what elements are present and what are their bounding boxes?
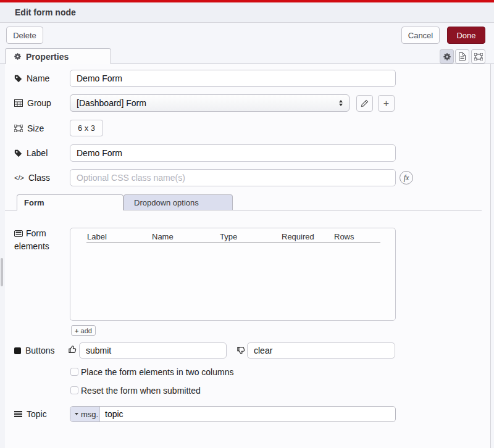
square-icon (14, 347, 21, 354)
done-button[interactable]: Done (447, 27, 485, 44)
add-element-button[interactable]: + add (71, 325, 96, 336)
table-icon (14, 99, 23, 107)
expression-button[interactable]: fx (400, 171, 413, 185)
form-elements-header: Label Name Type Required Rows (86, 232, 380, 243)
column-name: Name (152, 232, 174, 241)
column-type: Type (220, 232, 237, 241)
topic-value: topic (105, 407, 124, 421)
submit-button-input[interactable] (79, 342, 227, 359)
tasks-icon (14, 411, 22, 417)
reset-form-checkbox[interactable] (70, 386, 78, 394)
thumbs-up-icon (68, 345, 77, 354)
tab-dropdown-options[interactable]: Dropdown options (124, 194, 233, 210)
add-group-button[interactable]: + (378, 95, 395, 112)
group-field-label: Group (14, 94, 51, 112)
column-rows: Rows (334, 232, 354, 241)
column-required: Required (282, 232, 314, 241)
pencil-icon (361, 99, 369, 107)
gear-icon (443, 52, 451, 61)
topic-type-button[interactable]: msg. (70, 407, 100, 421)
size-button[interactable]: 6 x 3 (70, 120, 103, 136)
tab-properties-label: Properties (26, 52, 69, 62)
scrollbar-thumb[interactable] (1, 258, 3, 286)
section-tabbar: Form Dropdown options (5, 194, 482, 210)
class-input[interactable] (70, 169, 396, 186)
appearance-view-button[interactable] (471, 49, 485, 64)
two-columns-checkbox[interactable] (70, 368, 78, 376)
list-icon (14, 230, 23, 237)
left-gutter (0, 64, 5, 448)
tag-icon (14, 149, 22, 157)
tab-properties[interactable]: Properties (5, 48, 111, 64)
class-field-label: </> Class (14, 169, 50, 186)
topic-type-label: msg. (81, 410, 98, 419)
tab-form[interactable]: Form (17, 194, 124, 210)
edit-group-button[interactable] (356, 95, 373, 112)
buttons-field-label: Buttons (14, 342, 54, 359)
topic-field-label: Topic (14, 406, 47, 422)
name-input[interactable] (70, 70, 396, 87)
select-arrows-icon (339, 100, 343, 106)
clear-button-input[interactable] (247, 342, 395, 359)
chevron-down-icon (75, 413, 78, 415)
form-content: Name Group [Dashboard] Form + Size 6 x 3… (0, 64, 494, 448)
description-view-button[interactable] (455, 49, 469, 64)
group-select-value: [Dashboard] Form (77, 98, 146, 108)
form-elements-list[interactable]: Label Name Type Required Rows (70, 228, 396, 321)
form-elements-label: Form elements (14, 227, 64, 253)
code-icon: </> (14, 174, 24, 181)
topic-typed-input[interactable]: msg. topic (70, 406, 396, 422)
reset-form-label: Reset the form when submitted (81, 386, 201, 396)
gear-icon (14, 52, 22, 60)
delete-button[interactable]: Delete (6, 27, 43, 44)
dialog-title: Edit form node (15, 2, 76, 23)
name-field-label: Name (14, 70, 49, 87)
properties-view-button[interactable] (440, 49, 454, 64)
document-icon (459, 52, 466, 60)
label-input[interactable] (70, 144, 396, 162)
two-columns-label: Place the form elements in two columns (81, 367, 233, 377)
plus-icon: + (75, 327, 78, 334)
object-group-icon (474, 53, 483, 60)
label-field-label: Label (14, 144, 48, 162)
dialog-header: Edit form node (0, 2, 494, 23)
cancel-button[interactable]: Cancel (401, 27, 440, 44)
group-select[interactable]: [Dashboard] Form (70, 94, 350, 112)
size-field-label: Size (14, 120, 44, 136)
column-label: Label (87, 232, 107, 241)
editor-tabbar: Properties (0, 48, 494, 64)
plus-icon: + (383, 98, 389, 109)
right-gutter (491, 64, 494, 448)
thumbs-down-icon (237, 346, 246, 355)
object-group-icon (14, 125, 23, 132)
toolbar: Delete Cancel Done (0, 23, 494, 48)
tag-icon (14, 75, 22, 83)
